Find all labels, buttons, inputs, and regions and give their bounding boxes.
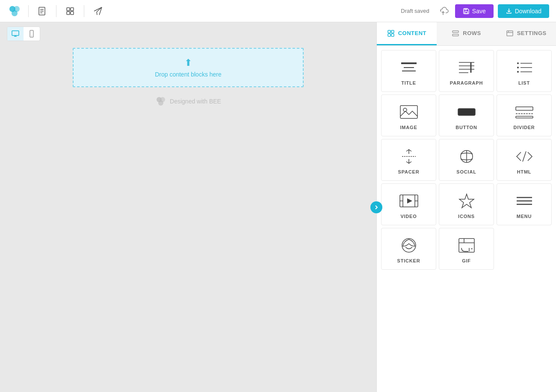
- svg-rect-52: [458, 109, 475, 115]
- bee-logo-icon: [155, 96, 166, 107]
- mobile-view-button[interactable]: [24, 27, 40, 41]
- icons-icon: [456, 192, 477, 209]
- gif-label: GIF: [462, 258, 471, 263]
- tab-rows-label: ROWS: [463, 30, 481, 36]
- content-grid: TITLE PARAGRAPH: [381, 50, 552, 270]
- divider-3: [84, 5, 84, 17]
- svg-line-14: [97, 12, 97, 15]
- send-icon: [93, 6, 103, 16]
- svg-rect-55: [516, 116, 533, 118]
- image-label: IMAGE: [400, 125, 417, 130]
- tab-settings-label: SETTINGS: [517, 30, 547, 36]
- svg-rect-30: [391, 34, 394, 36]
- content-item-paragraph[interactable]: PARAGRAPH: [439, 50, 494, 92]
- divider-icon: [514, 103, 535, 121]
- topbar: Draft saved Save Download: [0, 0, 556, 22]
- svg-rect-33: [507, 31, 513, 36]
- desktop-view-button[interactable]: [7, 27, 24, 41]
- topbar-right: Draft saved Save Download: [401, 3, 549, 19]
- content-item-button[interactable]: BUTTON: [439, 94, 494, 136]
- content-item-sticker[interactable]: STICKER: [381, 228, 436, 270]
- tab-rows[interactable]: ROWS: [437, 22, 497, 45]
- svg-rect-31: [452, 31, 458, 32]
- svg-rect-17: [465, 9, 467, 10]
- icons-label: ICONS: [458, 214, 475, 219]
- right-panel: CONTENT ROWS SETTINGS: [376, 22, 556, 392]
- svg-rect-50: [400, 106, 417, 118]
- content-item-divider[interactable]: DIVIDER: [497, 94, 552, 136]
- logo-icon: [8, 5, 21, 18]
- svg-rect-7: [67, 8, 70, 11]
- menu-icon: [514, 192, 535, 209]
- svg-rect-8: [71, 8, 74, 11]
- save-icon-button[interactable]: [435, 3, 451, 19]
- grid-button[interactable]: [62, 3, 78, 19]
- drop-arrow-icon: ⬆: [184, 57, 192, 68]
- settings-tab-icon: [506, 29, 514, 37]
- svg-rect-53: [516, 107, 533, 110]
- svg-point-70: [402, 239, 416, 252]
- sticker-icon: [399, 237, 419, 254]
- content-item-menu[interactable]: MENU: [497, 183, 552, 225]
- panel-collapse-button[interactable]: [370, 201, 382, 213]
- draft-status: Draft saved: [401, 8, 429, 14]
- mobile-icon: [28, 30, 35, 38]
- content-item-icons[interactable]: ICONS: [439, 183, 494, 225]
- download-label: Download: [515, 8, 541, 15]
- content-item-video[interactable]: VIDEO: [381, 183, 436, 225]
- content-item-spacer[interactable]: SPACER: [381, 139, 436, 181]
- svg-point-44: [517, 62, 519, 64]
- svg-point-26: [158, 100, 163, 106]
- content-item-image[interactable]: IMAGE: [381, 94, 436, 136]
- tab-content[interactable]: CONTENT: [377, 22, 437, 45]
- button-label: BUTTON: [455, 125, 477, 130]
- svg-rect-10: [71, 12, 74, 15]
- svg-rect-28: [391, 30, 394, 33]
- paragraph-icon: [456, 59, 477, 76]
- send-button[interactable]: [90, 3, 106, 19]
- title-icon: [399, 59, 419, 76]
- divider-2: [56, 5, 56, 17]
- page-button[interactable]: [35, 3, 50, 19]
- title-label: TITLE: [401, 80, 416, 85]
- divider-label: DIVIDER: [513, 125, 535, 130]
- grid-icon: [65, 6, 75, 16]
- list-label: LIST: [518, 80, 530, 85]
- logo-button[interactable]: [7, 3, 22, 19]
- svg-point-48: [517, 71, 519, 73]
- rows-tab-icon: [452, 29, 459, 37]
- video-icon: [399, 192, 419, 209]
- drop-text: Drop content blocks here: [155, 71, 222, 78]
- panel-content: TITLE PARAGRAPH: [377, 46, 556, 392]
- bee-footer-text: Designed with BEE: [170, 98, 221, 105]
- content-item-title[interactable]: TITLE: [381, 50, 436, 92]
- svg-point-2: [12, 10, 18, 16]
- svg-marker-66: [459, 194, 474, 208]
- tab-settings[interactable]: SETTINGS: [496, 22, 556, 45]
- drop-zone[interactable]: ⬆ Drop content blocks here: [73, 48, 304, 87]
- spacer-label: SPACER: [398, 169, 420, 174]
- svg-point-46: [517, 67, 519, 68]
- download-button[interactable]: Download: [498, 4, 549, 18]
- svg-point-51: [403, 108, 407, 112]
- content-item-html[interactable]: HTML: [497, 139, 552, 181]
- content-item-list[interactable]: LIST: [497, 50, 552, 92]
- panel-tabs: CONTENT ROWS SETTINGS: [377, 22, 556, 46]
- main-area: ⬆ Drop content blocks here Designed with…: [0, 22, 556, 392]
- video-label: VIDEO: [400, 214, 417, 219]
- content-item-social[interactable]: SOCIAL: [439, 139, 494, 181]
- save-btn-icon: [463, 8, 470, 15]
- svg-rect-27: [388, 30, 390, 33]
- svg-point-23: [31, 35, 32, 36]
- menu-label: MENU: [517, 214, 532, 219]
- tab-content-label: CONTENT: [398, 30, 426, 36]
- save-button[interactable]: Save: [455, 4, 494, 18]
- html-label: HTML: [517, 169, 532, 174]
- save-cloud-icon: [438, 6, 449, 17]
- content-item-gif[interactable]: GIF: [439, 228, 494, 270]
- spacer-icon: [399, 148, 419, 165]
- social-icon: [456, 148, 477, 165]
- bee-footer: Designed with BEE: [155, 96, 221, 107]
- html-icon: [514, 148, 535, 165]
- svg-line-61: [523, 151, 526, 162]
